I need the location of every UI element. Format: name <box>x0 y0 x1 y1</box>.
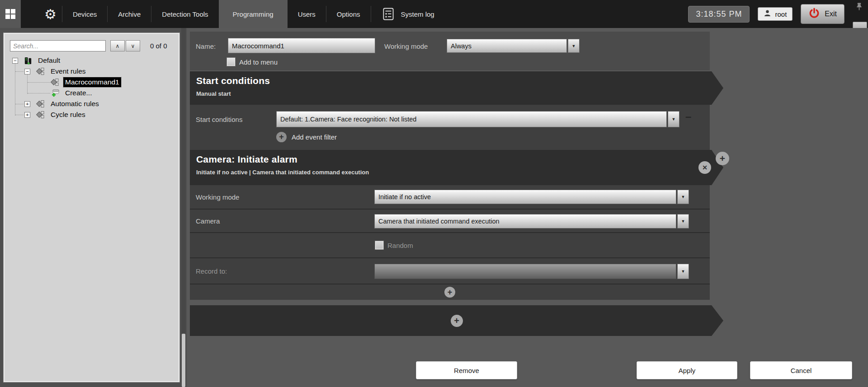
record-to-label: Record to: <box>196 267 227 275</box>
splitter-handle[interactable] <box>182 334 185 387</box>
user-icon <box>764 9 771 19</box>
apply-button[interactable]: Apply <box>637 361 737 379</box>
tree-item-label: Automatic rules <box>49 99 101 109</box>
tree-panel: ∧ ∨ 0 of 0 − <box>4 33 179 382</box>
tree-item-default[interactable]: − Default <box>5 55 179 66</box>
dropdown-arrow-icon[interactable]: ▼ <box>668 111 679 127</box>
name-label: Name: <box>196 42 216 50</box>
topbar-right-cluster: 3:18:55 PM root Exit <box>688 0 844 28</box>
macro-editor-panel: Name: Working mode Always ▼ Add to menu … <box>187 28 868 387</box>
action-record-to-row: Record to: ▼ <box>190 257 710 284</box>
dropdown-arrow-icon[interactable]: ▼ <box>677 264 689 279</box>
random-checkbox[interactable] <box>375 241 383 249</box>
exit-button[interactable]: Exit <box>801 4 844 24</box>
search-next-button[interactable]: ∨ <box>126 40 140 51</box>
system-log-label: System log <box>401 10 442 18</box>
random-label: Random <box>387 242 413 249</box>
menu-item-detection-tools[interactable]: Detection Tools <box>151 0 218 28</box>
start-condition-dropdown[interactable]: Default: 1.Camera: Face recognition: Not… <box>276 111 679 127</box>
search-prev-button[interactable]: ∧ <box>110 40 125 51</box>
tree-item-macrocommand1[interactable]: Macrocommand1 <box>5 77 179 88</box>
remove-condition-button[interactable]: – <box>685 110 691 123</box>
action-camera-dropdown[interactable]: Camera that initiated command execution … <box>374 214 689 228</box>
remove-action-button[interactable]: ✕ <box>698 161 711 174</box>
topbar: ⚙ Devices Archive Detection Tools Progra… <box>0 0 868 28</box>
sidebar-splitter[interactable] <box>181 28 186 387</box>
tree-item-label: Cycle rules <box>49 110 87 120</box>
current-user-button[interactable]: root <box>758 7 793 21</box>
menu-item-users[interactable]: Users <box>288 0 326 28</box>
rule-icon <box>51 79 60 86</box>
tree-item-label: Default <box>36 56 62 65</box>
action-camera-label: Camera <box>196 217 220 225</box>
gear-icon: ⚙ <box>44 6 57 22</box>
section-subtitle: Manual start <box>190 86 723 97</box>
power-icon <box>808 7 820 21</box>
working-mode-dropdown[interactable]: Always ▼ <box>447 39 580 53</box>
add-event-filter-button[interactable]: + Add event filter <box>276 132 337 142</box>
dropdown-arrow-icon[interactable]: ▼ <box>568 39 580 53</box>
tree-item-automatic-rules[interactable]: + Automatic rules <box>5 98 179 109</box>
search-match-count: 0 of 0 <box>150 42 167 50</box>
menu-item-devices[interactable]: Devices <box>62 0 107 28</box>
tree-item-label-selected: Macrocommand1 <box>63 77 121 87</box>
rule-icon <box>36 68 45 75</box>
start-conditions-section-header: Start conditions Manual start <box>190 71 723 105</box>
tree-item-create[interactable]: Create... <box>5 88 179 98</box>
action-section-body: Working mode Initiate if no active ▼ Cam… <box>190 185 710 300</box>
expander-icon[interactable]: + <box>24 101 30 107</box>
expander-icon[interactable]: − <box>24 69 30 75</box>
settings-gear-button[interactable]: ⚙ <box>39 0 62 28</box>
record-to-dropdown[interactable]: ▼ <box>374 264 689 279</box>
server-icon <box>24 56 33 65</box>
action-working-mode-dropdown[interactable]: Initiate if no active ▼ <box>374 190 689 204</box>
apps-grid-button[interactable] <box>0 0 21 28</box>
application-window: ⚙ Devices Archive Detection Tools Progra… <box>0 0 868 387</box>
tree-item-cycle-rules[interactable]: + Cycle rules <box>5 109 179 120</box>
tree-item-event-rules[interactable]: − Event rules <box>5 66 179 77</box>
create-plus-icon <box>51 89 60 97</box>
add-to-menu-label: Add to menu <box>239 58 278 66</box>
exit-label: Exit <box>825 10 837 18</box>
menu-item-archive[interactable]: Archive <box>108 0 151 28</box>
record-to-value <box>374 264 676 279</box>
expander-icon[interactable]: − <box>12 58 18 64</box>
action-working-mode-row: Working mode Initiate if no active ▼ <box>190 185 710 209</box>
user-name: root <box>775 10 787 18</box>
rule-icon <box>36 111 45 118</box>
macro-name-input[interactable] <box>228 38 375 53</box>
action-section-header: Camera: Initiate alarm Initiate if no ac… <box>190 150 723 185</box>
add-section-button[interactable]: + <box>451 315 463 327</box>
start-conditions-row-label: Start conditions <box>196 116 242 123</box>
remove-button[interactable]: Remove <box>416 361 517 379</box>
sidebar-area: ∧ ∨ 0 of 0 − <box>0 28 187 387</box>
cancel-button[interactable]: Cancel <box>750 361 852 379</box>
add-event-filter-label: Add event filter <box>292 133 337 141</box>
section-title: Camera: Initiate alarm <box>190 150 723 165</box>
system-log-button[interactable]: System log <box>371 0 442 28</box>
add-to-menu-checkbox[interactable] <box>227 58 235 66</box>
section-title: Start conditions <box>190 71 723 86</box>
start-conditions-body: Start conditions Default: 1.Camera: Face… <box>190 105 710 150</box>
working-mode-label: Working mode <box>384 42 428 50</box>
grid-icon <box>5 9 15 19</box>
action-working-mode-value: Initiate if no active <box>374 190 676 204</box>
add-parameter-button[interactable]: + <box>444 287 455 298</box>
section-subtitle: Initiate if no active | Camera that init… <box>190 165 723 176</box>
tree-item-label: Event rules <box>49 66 88 76</box>
rule-icon <box>36 100 45 107</box>
action-camera-value: Camera that initiated command execution <box>374 214 676 228</box>
add-section-band: + <box>190 305 723 336</box>
pin-button[interactable] <box>851 2 867 13</box>
dropdown-arrow-icon[interactable]: ▼ <box>677 214 689 228</box>
add-action-parameter-row: + <box>190 284 710 300</box>
menu-item-programming[interactable]: Programming <box>219 0 288 28</box>
dropdown-arrow-icon[interactable]: ▼ <box>677 190 689 204</box>
add-action-button[interactable]: + <box>716 152 729 165</box>
search-input[interactable] <box>10 40 106 51</box>
chevron-up-icon: ∧ <box>116 43 120 49</box>
expander-icon[interactable]: + <box>24 112 30 118</box>
macro-header-block: Name: Working mode Always ▼ Add to menu <box>190 32 710 70</box>
start-condition-value: Default: 1.Camera: Face recognition: Not… <box>276 111 667 127</box>
menu-item-options[interactable]: Options <box>326 0 371 28</box>
